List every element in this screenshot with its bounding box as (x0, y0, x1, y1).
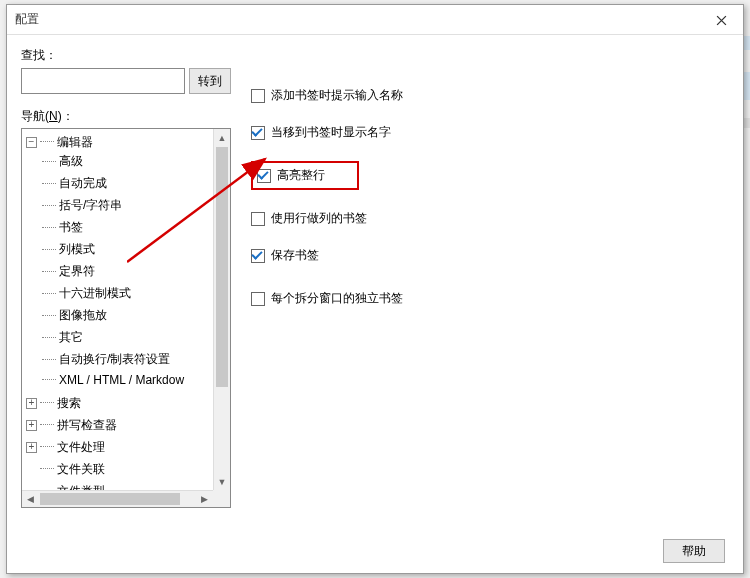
scroll-left-icon: ◀ (22, 491, 39, 507)
tree-node-filehandle[interactable]: +文件处理 (26, 439, 211, 456)
option-row: 使用行做列的书签 (251, 210, 729, 227)
tree-node-hexmode[interactable]: 十六进制模式 (28, 285, 211, 302)
find-input[interactable] (21, 68, 185, 94)
tree-node-wordwrap[interactable]: 自动换行/制表符设置 (28, 351, 211, 368)
highlight-box: 高亮整行 (251, 161, 359, 190)
checkbox-prompt-name[interactable] (251, 89, 265, 103)
find-row: 转到 (21, 68, 231, 94)
tree-scroll: −编辑器 高级 自动完成 括号/字符串 书签 列模式 定界符 十六进制模式 图像… (22, 129, 213, 490)
checkbox-row-column[interactable] (251, 212, 265, 226)
checkbox-highlight-line[interactable] (257, 169, 271, 183)
checkbox-save-bookmarks[interactable] (251, 249, 265, 263)
tree-hscrollbar[interactable]: ◀ ▶ (22, 490, 213, 507)
tree-node-bookmarks[interactable]: 书签 (28, 219, 211, 236)
tree-node-imagedrag[interactable]: 图像拖放 (28, 307, 211, 324)
tree-node-fileassoc[interactable]: 文件关联 (26, 461, 211, 478)
tree-node-search[interactable]: +搜索 (26, 395, 211, 412)
option-row: 每个拆分窗口的独立书签 (251, 290, 729, 307)
tree-node-advanced[interactable]: 高级 (28, 153, 211, 170)
tree-node-delimiter[interactable]: 定界符 (28, 263, 211, 280)
scroll-right-icon: ▶ (196, 491, 213, 507)
help-button[interactable]: 帮助 (663, 539, 725, 563)
config-dialog: 配置 查找： 转到 导航(N)： −编辑器 高级 (6, 4, 744, 574)
find-label: 查找： (21, 47, 231, 64)
tree-node-brackets[interactable]: 括号/字符串 (28, 197, 211, 214)
scroll-thumb[interactable] (216, 147, 228, 387)
option-label: 高亮整行 (277, 167, 325, 184)
tree-node-columnmode[interactable]: 列模式 (28, 241, 211, 258)
dialog-body: 查找： 转到 导航(N)： −编辑器 高级 自动完成 括号/字符串 (7, 35, 743, 529)
checkbox-split-independent[interactable] (251, 292, 265, 306)
title: 配置 (15, 11, 39, 28)
scroll-corner (213, 490, 230, 507)
bg-fragment (744, 118, 750, 128)
tree-node-editor[interactable]: −编辑器 (26, 134, 211, 151)
checkbox-show-name[interactable] (251, 126, 265, 140)
nav-label: 导航(N)： (21, 108, 231, 125)
left-column: 查找： 转到 导航(N)： −编辑器 高级 自动完成 括号/字符串 (21, 47, 231, 529)
option-label: 每个拆分窗口的独立书签 (271, 290, 403, 307)
scroll-down-icon: ▼ (214, 473, 230, 490)
nav-tree: −编辑器 高级 自动完成 括号/字符串 书签 列模式 定界符 十六进制模式 图像… (21, 128, 231, 508)
option-label: 当移到书签时显示名字 (271, 124, 391, 141)
scroll-thumb[interactable] (40, 493, 180, 505)
close-icon (716, 15, 727, 26)
bg-fragment (744, 36, 750, 50)
scroll-up-icon: ▲ (214, 129, 230, 146)
titlebar: 配置 (7, 5, 743, 35)
tree-node-spellcheck[interactable]: +拼写检查器 (26, 417, 211, 434)
bg-fragment (744, 72, 750, 100)
tree-node-filetypes[interactable]: 文件类型 (26, 483, 211, 491)
tree-node-xml[interactable]: XML / HTML / Markdow (28, 373, 211, 387)
close-button[interactable] (699, 5, 743, 35)
option-row: 保存书签 (251, 247, 729, 264)
dialog-footer: 帮助 (663, 539, 725, 563)
go-button[interactable]: 转到 (189, 68, 231, 94)
option-row: 高亮整行 (251, 161, 729, 190)
tree-node-other[interactable]: 其它 (28, 329, 211, 346)
option-label: 添加书签时提示输入名称 (271, 87, 403, 104)
option-label: 保存书签 (271, 247, 319, 264)
option-row: 添加书签时提示输入名称 (251, 87, 729, 104)
tree-node-autocomplete[interactable]: 自动完成 (28, 175, 211, 192)
tree-vscrollbar[interactable]: ▲ ▼ (213, 129, 230, 490)
option-label: 使用行做列的书签 (271, 210, 367, 227)
right-column: 添加书签时提示输入名称 当移到书签时显示名字 高亮整行 使用行做列的书签 保存书… (251, 47, 729, 529)
option-row: 当移到书签时显示名字 (251, 124, 729, 141)
